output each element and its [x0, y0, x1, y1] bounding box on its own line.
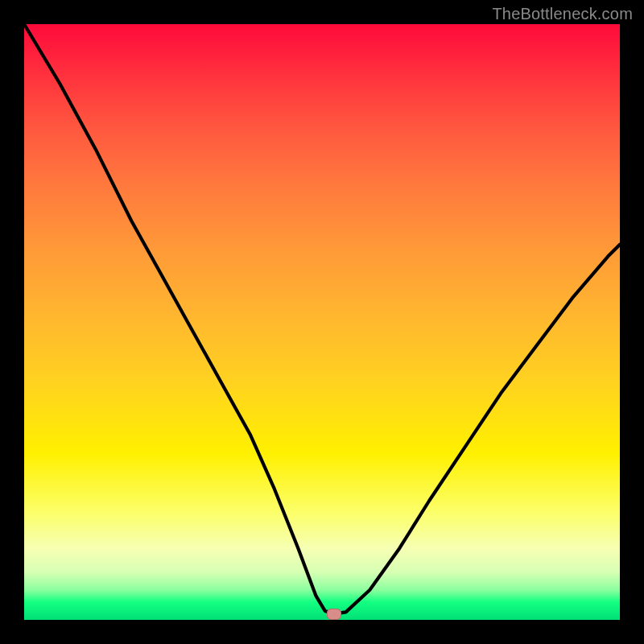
curve-svg [24, 24, 620, 620]
optimal-point-marker [327, 609, 341, 620]
watermark-text: TheBottleneck.com [492, 5, 633, 23]
chart-frame: TheBottleneck.com [0, 0, 644, 644]
plot-area [24, 24, 620, 620]
bottleneck-curve [24, 24, 620, 614]
